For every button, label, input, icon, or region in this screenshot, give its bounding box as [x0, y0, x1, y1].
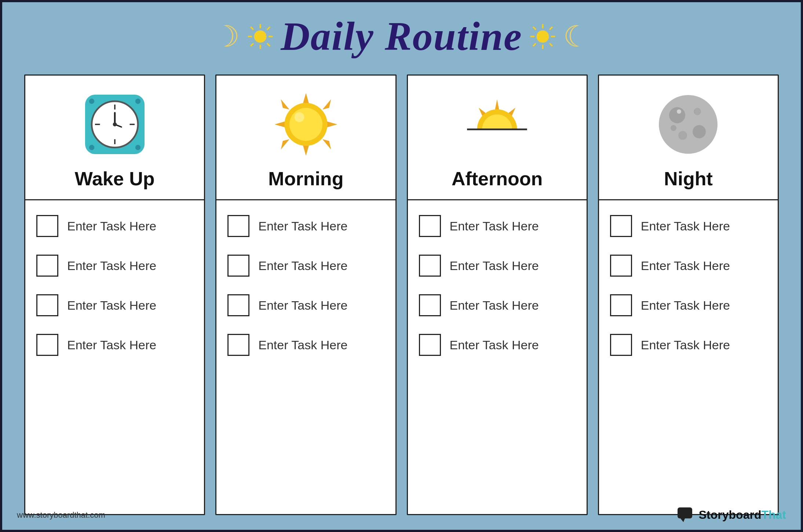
task-checkbox[interactable] — [419, 215, 441, 237]
wake-up-header: Wake Up — [25, 76, 204, 200]
page-container: ☽ Daily Routine — [2, 2, 801, 530]
svg-line-8 — [251, 43, 253, 46]
svg-point-53 — [694, 108, 701, 115]
header: ☽ Daily Routine — [24, 13, 779, 60]
task-checkbox[interactable] — [36, 294, 58, 316]
svg-point-50 — [669, 107, 685, 123]
task-label[interactable]: Enter Task Here — [641, 298, 730, 313]
svg-line-5 — [251, 27, 253, 30]
svg-point-22 — [89, 145, 94, 150]
task-checkbox[interactable] — [227, 334, 249, 356]
svg-line-6 — [267, 43, 270, 46]
task-label[interactable]: Enter Task Here — [450, 338, 539, 352]
task-label[interactable]: Enter Task Here — [641, 338, 730, 352]
footer: www.storyboardthat.com StoryboardThat — [17, 507, 786, 523]
morning-sun-icon — [273, 91, 339, 157]
task-item: Enter Task Here — [36, 294, 193, 316]
task-label[interactable]: Enter Task Here — [258, 259, 347, 273]
task-label[interactable]: Enter Task Here — [67, 338, 156, 352]
task-item: Enter Task Here — [610, 334, 767, 356]
task-checkbox[interactable] — [419, 255, 441, 277]
svg-line-17 — [533, 43, 536, 46]
svg-line-14 — [533, 27, 536, 30]
task-checkbox[interactable] — [36, 215, 58, 237]
svg-line-15 — [550, 43, 552, 46]
svg-marker-37 — [281, 139, 289, 149]
svg-point-49 — [659, 95, 718, 154]
svg-point-52 — [678, 131, 687, 140]
task-checkbox[interactable] — [610, 334, 632, 356]
task-item: Enter Task Here — [419, 255, 576, 277]
task-label[interactable]: Enter Task Here — [258, 219, 347, 233]
afternoon-header: Afternoon — [408, 76, 587, 200]
svg-point-55 — [677, 109, 681, 114]
column-afternoon: Afternoon Enter Task Here Enter Task Her… — [407, 74, 588, 515]
header-left-moon-icon: ☽ — [213, 19, 240, 54]
night-header: Night — [599, 76, 778, 200]
columns-container: Wake Up Enter Task Here Enter Task Here … — [24, 74, 779, 515]
svg-point-40 — [289, 108, 322, 141]
task-checkbox[interactable] — [610, 255, 632, 277]
task-label[interactable]: Enter Task Here — [450, 219, 539, 233]
morning-title: Morning — [268, 168, 343, 190]
svg-point-30 — [113, 122, 117, 126]
afternoon-title: Afternoon — [452, 168, 543, 190]
task-label[interactable]: Enter Task Here — [67, 259, 156, 273]
task-checkbox[interactable] — [610, 294, 632, 316]
task-label[interactable]: Enter Task Here — [67, 219, 156, 233]
task-checkbox[interactable] — [227, 294, 249, 316]
night-tasks: Enter Task Here Enter Task Here Enter Ta… — [599, 200, 778, 514]
svg-marker-31 — [303, 93, 309, 105]
afternoon-icon-area — [460, 88, 534, 161]
afternoon-tasks: Enter Task Here Enter Task Here Enter Ta… — [408, 200, 587, 514]
task-item: Enter Task Here — [419, 294, 576, 316]
task-checkbox[interactable] — [610, 215, 632, 237]
task-item: Enter Task Here — [227, 215, 384, 237]
task-item: Enter Task Here — [419, 215, 576, 237]
page-title: Daily Routine — [281, 13, 522, 60]
task-item: Enter Task Here — [36, 215, 193, 237]
task-checkbox[interactable] — [419, 334, 441, 356]
task-label[interactable]: Enter Task Here — [258, 338, 347, 352]
header-left-sun-icon — [247, 23, 274, 50]
footer-url: www.storyboardthat.com — [17, 510, 105, 520]
svg-point-23 — [135, 145, 140, 150]
task-item: Enter Task Here — [227, 334, 384, 356]
svg-point-0 — [254, 30, 267, 43]
header-right-sun-icon — [529, 23, 556, 50]
brand-suffix: That — [761, 508, 786, 521]
column-morning: Morning Enter Task Here Enter Task Here … — [215, 74, 396, 515]
svg-marker-35 — [281, 99, 289, 109]
task-checkbox[interactable] — [36, 334, 58, 356]
wake-up-icon-area — [78, 88, 152, 161]
task-label[interactable]: Enter Task Here — [450, 259, 539, 273]
svg-point-51 — [693, 125, 706, 138]
task-label[interactable]: Enter Task Here — [641, 219, 730, 233]
task-label[interactable]: Enter Task Here — [450, 298, 539, 313]
brand-name-text: Storyboard — [699, 508, 762, 521]
svg-point-54 — [671, 125, 676, 131]
night-title: Night — [664, 168, 713, 190]
task-checkbox[interactable] — [36, 255, 58, 277]
svg-point-20 — [89, 98, 94, 103]
task-label[interactable]: Enter Task Here — [258, 298, 347, 313]
task-label[interactable]: Enter Task Here — [641, 259, 730, 273]
svg-marker-34 — [326, 121, 337, 128]
brand-icon — [677, 507, 695, 523]
header-right-moon-icon: ☾ — [563, 19, 590, 54]
wake-up-tasks: Enter Task Here Enter Task Here Enter Ta… — [25, 200, 204, 514]
task-item: Enter Task Here — [419, 334, 576, 356]
svg-line-7 — [267, 27, 270, 30]
task-item: Enter Task Here — [227, 255, 384, 277]
task-checkbox[interactable] — [227, 255, 249, 277]
task-item: Enter Task Here — [36, 255, 193, 277]
svg-marker-32 — [303, 144, 309, 156]
task-item: Enter Task Here — [610, 294, 767, 316]
wake-up-title: Wake Up — [75, 168, 155, 190]
task-checkbox[interactable] — [419, 294, 441, 316]
night-moon-icon — [655, 91, 721, 157]
task-label[interactable]: Enter Task Here — [67, 298, 156, 313]
task-checkbox[interactable] — [227, 215, 249, 237]
svg-point-9 — [536, 30, 549, 43]
morning-icon-area — [269, 88, 343, 161]
